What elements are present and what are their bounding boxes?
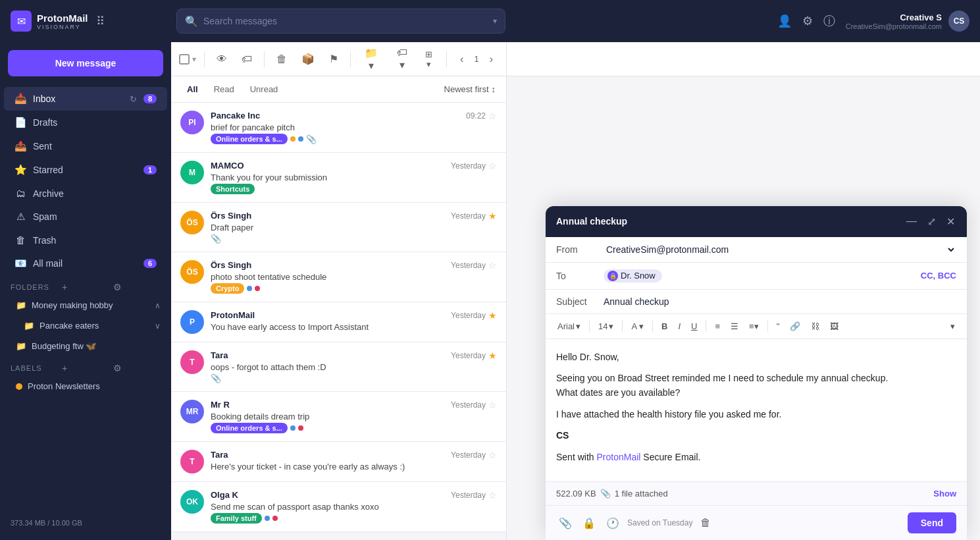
email-item[interactable]: MR Mr R Yesterday ☆ Booking details drea… (171, 392, 506, 442)
manage-labels-button[interactable]: ⚙ (113, 363, 161, 373)
font-color-button[interactable]: A ▾ (627, 319, 648, 333)
filter-labels-button[interactable]: 🏷 (236, 49, 257, 69)
settings-icon[interactable]: ⚙ (802, 14, 813, 28)
layout-button[interactable]: ⊞ ▾ (419, 45, 439, 73)
delete-draft-button[interactable]: 🗑 (698, 514, 713, 531)
email-item[interactable]: T Tara Yesterday ☆ Here's your ticket - … (171, 442, 506, 482)
star-icon[interactable]: ★ (488, 350, 497, 361)
attach-file-button[interactable]: 📎 (556, 514, 575, 532)
search-input[interactable] (203, 16, 488, 26)
encrypt-button[interactable]: 🔒 (580, 514, 598, 532)
email-item[interactable]: ÖS Örs Singh Yesterday ★ Draft paper 📎 (171, 203, 506, 252)
sort-button[interactable]: Newest first ↕ (444, 84, 496, 94)
font-size-button[interactable]: 14 ▾ (594, 319, 617, 333)
sidebar-item-trash[interactable]: 🗑 Trash (4, 229, 167, 252)
user-avatar[interactable]: CS (948, 11, 969, 32)
compose-minimize-button[interactable]: — (905, 214, 918, 229)
filter-all-button[interactable]: All (182, 82, 203, 97)
subfolder-collapse-icon[interactable]: ∨ (155, 321, 161, 331)
compose-close-button[interactable]: ✕ (945, 214, 956, 229)
star-icon[interactable]: ★ (488, 310, 497, 321)
from-email-select[interactable]: CreativeSim@protonmail.com (604, 244, 956, 256)
underline-button[interactable]: U (687, 319, 701, 333)
quote-button[interactable]: " (773, 319, 784, 333)
unlink-button[interactable]: ⛓ (807, 319, 823, 333)
email-content: Tara Yesterday ☆ Here's your ticket - in… (211, 450, 497, 472)
align-button[interactable]: ≡▾ (745, 319, 763, 333)
select-dropdown-icon[interactable]: ▾ (191, 53, 197, 65)
new-message-button[interactable]: New message (8, 50, 163, 76)
link-button[interactable]: 🔗 (786, 319, 804, 333)
drafts-icon: 📄 (14, 117, 26, 128)
email-item[interactable]: T Tara Yesterday ★ oops - forgot to atta… (171, 342, 506, 392)
email-item[interactable]: P ProtonMail Yesterday ★ You have early … (171, 302, 506, 342)
from-selector[interactable]: CreativeSim@protonmail.com (604, 244, 956, 256)
email-item[interactable]: ÖS Örs Singh Yesterday ☆ photo shoot ten… (171, 252, 506, 302)
sidebar-folder-budgeting-ftw[interactable]: 📁 Budgeting ftw 🦋 (0, 336, 171, 356)
star-icon[interactable]: ☆ (488, 400, 497, 410)
email-tag: Shortcuts (211, 184, 255, 194)
manage-folders-button[interactable]: ⚙ (113, 282, 161, 292)
email-sender: Mr R (211, 400, 230, 410)
search-bar[interactable]: 🔍 ▾ (176, 9, 505, 34)
sidebar-item-starred[interactable]: ⭐ Starred 1 (4, 158, 167, 182)
sidebar-item-sent[interactable]: 📤 Sent (4, 134, 167, 158)
email-time: Yesterday ★ (451, 310, 497, 321)
sidebar-archive-label: Archive (33, 188, 157, 199)
email-sender: Olga K (211, 490, 238, 500)
star-icon[interactable]: ☆ (488, 450, 497, 460)
sidebar-item-inbox[interactable]: 📥 Inbox ↻ 8 (4, 87, 167, 111)
email-item[interactable]: M MAMCO Yesterday ☆ Thank you for your s… (171, 153, 506, 203)
sidebar-item-allmail[interactable]: 📧 All mail 6 (4, 252, 167, 275)
star-icon[interactable]: ☆ (488, 161, 497, 171)
sidebar-item-drafts[interactable]: 📄 Drafts (4, 111, 167, 134)
filter-unread-button[interactable]: Unread (245, 82, 284, 97)
move-button[interactable]: 📁▾ (357, 43, 385, 76)
star-icon[interactable]: ☆ (488, 490, 497, 500)
sidebar-folder-pancake-eaters[interactable]: 📁 Pancake eaters ∨ (0, 315, 171, 336)
recipient-chip[interactable]: 🔒 Dr. Snow (604, 269, 662, 283)
label-button[interactable]: 🏷▾ (389, 43, 415, 75)
spam-button[interactable]: ⚑ (324, 49, 344, 69)
sidebar-item-spam[interactable]: ⚠ Spam (4, 205, 167, 229)
email-item[interactable]: OK Olga K Yesterday ☆ Send me scan of pa… (171, 482, 506, 532)
font-family-button[interactable]: Arial ▾ (554, 319, 584, 333)
image-button[interactable]: 🖼 (826, 319, 842, 333)
italic-button[interactable]: I (674, 319, 684, 333)
unordered-list-button[interactable]: ☰ (727, 319, 742, 333)
more-options-button[interactable]: ▾ (946, 319, 959, 333)
select-all-checkbox[interactable] (179, 54, 190, 65)
search-dropdown-icon[interactable]: ▾ (493, 16, 497, 26)
sidebar-item-archive[interactable]: 🗂 Archive (4, 182, 167, 205)
bold-button[interactable]: B (658, 319, 671, 333)
sidebar-label-proton-newsletters[interactable]: Proton Newsletters (0, 376, 171, 396)
add-label-button[interactable]: + (62, 363, 109, 373)
archive-button[interactable]: 📦 (296, 49, 320, 69)
expiry-button[interactable]: 🕐 (604, 514, 622, 532)
star-icon[interactable]: ★ (488, 211, 497, 221)
delete-button[interactable]: 🗑 (271, 49, 292, 69)
folder-collapse-icon[interactable]: ∧ (155, 301, 161, 310)
filter-read-button[interactable]: Read (209, 82, 240, 97)
email-item[interactable]: PI Pancake Inc 09:22 ☆ brief for pancake… (171, 103, 506, 153)
select-all-area[interactable]: ▾ (179, 53, 197, 65)
view-toggle-button[interactable]: 👁 (211, 49, 232, 69)
cc-bcc-button[interactable]: CC, BCC (921, 271, 956, 281)
compose-text-area[interactable]: Hello Dr. Snow, Seeing you on Broad Stre… (546, 339, 967, 481)
add-folder-button[interactable]: + (62, 282, 109, 292)
next-page-button[interactable]: › (484, 51, 498, 68)
sidebar-folder-money-making-hobby[interactable]: 📁 Money making hobby ∧ (0, 295, 171, 315)
ordered-list-button[interactable]: ≡ (711, 319, 724, 333)
help-icon[interactable]: ⓘ (823, 13, 835, 29)
sync-icon[interactable]: ↻ (130, 94, 137, 104)
contacts-icon[interactable]: 👤 (777, 14, 792, 28)
prev-page-button[interactable]: ‹ (455, 51, 469, 68)
subject-input[interactable] (604, 296, 956, 307)
compose-expand-button[interactable]: ⤢ (926, 214, 937, 229)
star-icon[interactable]: ☆ (488, 111, 497, 121)
apps-grid-icon[interactable]: ⠿ (96, 14, 105, 28)
show-attachment-button[interactable]: Show (933, 489, 956, 499)
protonmail-link[interactable]: ProtonMail (596, 452, 640, 462)
star-icon[interactable]: ☆ (488, 260, 497, 271)
send-button[interactable]: Send (908, 512, 956, 533)
